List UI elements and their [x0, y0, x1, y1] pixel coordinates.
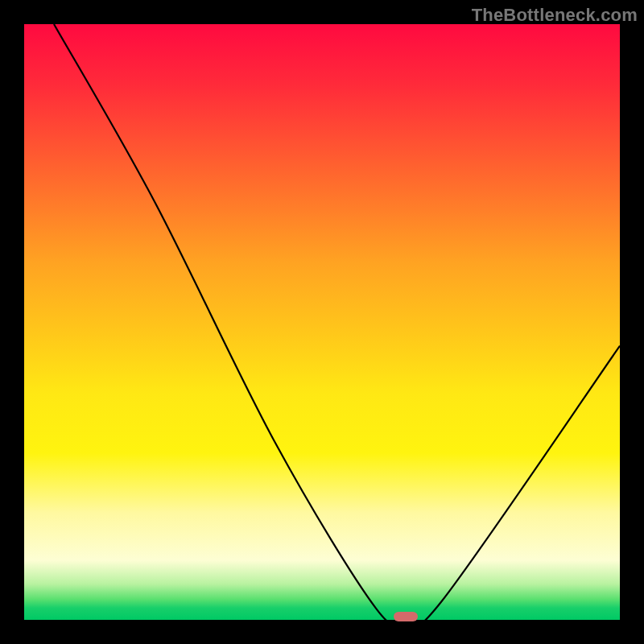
optimal-marker [394, 612, 418, 621]
bottleneck-curve [24, 24, 620, 620]
chart-frame: TheBottleneck.com [0, 0, 644, 644]
curve-path [54, 24, 620, 620]
plot-area [24, 24, 620, 620]
watermark-text: TheBottleneck.com [472, 5, 638, 26]
